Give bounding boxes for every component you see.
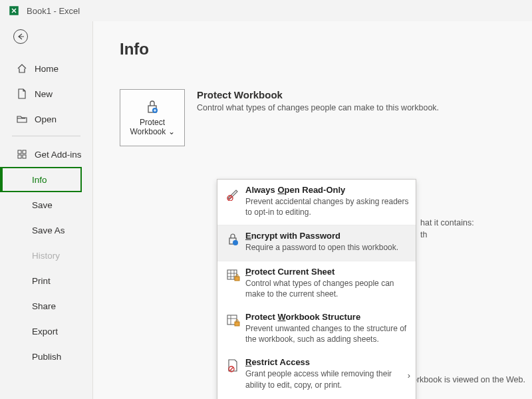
lock-key-icon [226,232,241,247]
nav-open-label: Open [35,114,57,124]
nav-publish-label: Publish [32,352,61,362]
nav-saveas[interactable]: Save As [0,217,92,243]
protect-workbook-dropdown: Always Open Read-Only Prevent accidental… [217,179,416,399]
page-heading: Info [120,40,519,59]
nav-addins-label: Get Add-ins [35,150,82,160]
excel-logo-icon [8,5,20,17]
titlebar: Book1 - Excel [0,0,532,21]
content-pane: Info Protect Workbook ⌄ Protect Workbook… [93,21,532,399]
protect-workbook-button[interactable]: Protect Workbook ⌄ [120,89,185,146]
nav-save-label: Save [32,200,53,210]
sheet-lock-icon [226,268,241,283]
nav-open[interactable]: Open [0,106,92,132]
background-text-2: orkbook is viewed on the Web. [412,375,525,384]
svg-point-9 [233,240,238,245]
sidebar: Home New Open Get Add-ins Info Save Save… [0,21,93,399]
open-icon [16,114,28,124]
chevron-right-icon: › [408,370,410,380]
addins-icon [16,150,28,159]
protect-block: Protect Workbook ⌄ Protect Workbook Cont… [120,89,519,146]
svg-rect-11 [235,277,239,281]
nav-home[interactable]: Home [0,56,92,81]
svg-rect-4 [23,155,26,158]
svg-rect-13 [235,322,239,326]
nav-home-label: Home [35,64,59,74]
svg-rect-2 [23,150,26,154]
protect-title: Protect Workbook [197,89,439,100]
back-arrow-icon [17,33,25,41]
nav-new-label: New [35,89,53,99]
nav-export[interactable]: Export [0,319,92,344]
workbook-lock-icon [226,313,241,328]
dd-open-read-only[interactable]: Always Open Read-Only Prevent accidental… [217,180,416,225]
restrict-icon [226,358,241,373]
nav-info-label: Info [32,175,47,185]
back-button[interactable] [13,29,28,44]
nav-history: History [0,243,92,268]
protect-tile-line2: Workbook ⌄ [130,127,174,136]
nav-publish[interactable]: Publish [0,344,92,369]
nav-new[interactable]: New [0,81,92,106]
nav-print[interactable]: Print [0,268,92,293]
nav-addins[interactable]: Get Add-ins [0,142,92,167]
window-title: Book1 - Excel [27,6,80,16]
svg-rect-1 [18,150,21,154]
home-icon [16,63,28,74]
pencil-readonly-icon [226,186,241,201]
backstage: Home New Open Get Add-ins Info Save Save… [0,21,532,399]
lock-icon [144,99,160,114]
svg-rect-3 [18,155,21,158]
nav-export-label: Export [32,327,58,336]
nav-print-label: Print [32,276,51,286]
nav-info[interactable]: Info [0,167,82,192]
nav-saveas-label: Save As [32,225,65,235]
dd-protect-structure[interactable]: Protect Workbook Structure Prevent unwan… [217,307,416,352]
nav-share-label: Share [32,301,56,311]
nav-share[interactable]: Share [0,293,92,319]
dd-restrict-access[interactable]: Restrict Access Grant people access whil… [217,352,416,397]
dd-encrypt-password[interactable]: Encrypt with Password Require a password… [217,225,416,260]
dd-protect-sheet[interactable]: Protect Current Sheet Control what types… [217,261,416,307]
protect-tile-line1: Protect [140,118,165,127]
protect-description: Protect Workbook Control what types of c… [197,89,439,112]
nav-history-label: History [32,251,60,261]
protect-desc: Control what types of changes people can… [197,103,439,112]
chevron-down-icon: ⌄ [168,127,175,136]
nav-save[interactable]: Save [0,192,92,217]
nav-divider [12,136,80,136]
new-icon [16,88,28,99]
